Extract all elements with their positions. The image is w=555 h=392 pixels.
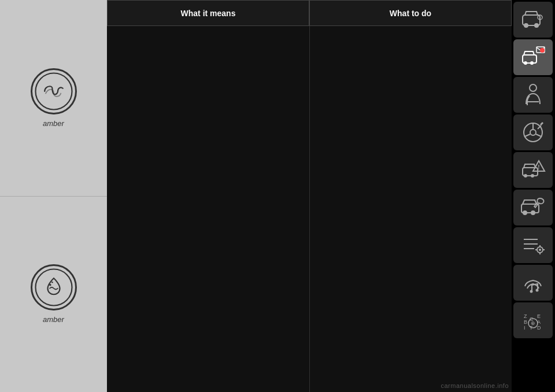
sidebar-item-steering[interactable]: [513, 114, 553, 150]
message-icon: [520, 45, 546, 70]
indicator-cell-coil: amber: [0, 0, 107, 197]
svg-point-14: [530, 84, 536, 91]
person-icon: [520, 82, 546, 108]
svg-line-19: [536, 134, 541, 136]
what-it-means-header: What it means: [107, 0, 309, 26]
svg-point-22: [524, 174, 527, 177]
svg-text:⊕: ⊕: [531, 320, 535, 326]
svg-text:E: E: [537, 313, 541, 319]
warning-triangle-icon: !: [520, 157, 546, 183]
music-nav-icon: [520, 270, 546, 295]
header-row: What it means What to do: [107, 0, 512, 26]
main-container: amber amber What it means: [0, 0, 555, 392]
water-icon: [34, 267, 74, 308]
water-icon-circle: [31, 264, 77, 310]
coil-icon-circle: [31, 68, 77, 114]
car-wrench-icon: [520, 195, 546, 220]
svg-point-27: [531, 210, 535, 215]
svg-point-10: [524, 61, 527, 65]
indicator-column: amber amber: [0, 0, 107, 392]
svg-point-38: [536, 289, 539, 292]
svg-point-2: [49, 284, 51, 286]
indicator-label-coil: amber: [43, 119, 64, 128]
sidebar-item-warning[interactable]: !: [513, 152, 553, 188]
svg-point-11: [530, 61, 534, 65]
svg-point-32: [539, 249, 541, 251]
sidebar-item-message[interactable]: [513, 39, 553, 75]
sidebar-item-alphabet[interactable]: Z B I C T ⊕ E A D: [513, 302, 553, 338]
svg-point-3: [51, 282, 53, 283]
content-body: [107, 26, 512, 392]
sidebar-item-music-nav[interactable]: [513, 265, 553, 301]
svg-point-26: [523, 210, 527, 215]
svg-point-23: [531, 174, 534, 177]
sidebar-item-person[interactable]: [513, 77, 553, 113]
sidebar-item-car-wrench[interactable]: [513, 190, 553, 225]
svg-line-18: [525, 134, 530, 136]
what-it-means-content: [107, 26, 310, 392]
sidebar-item-car-info[interactable]: i: [513, 2, 553, 38]
svg-text:i: i: [539, 17, 539, 20]
svg-point-37: [530, 290, 533, 293]
svg-text:D: D: [537, 325, 541, 331]
svg-point-1: [35, 269, 72, 306]
coil-icon: [34, 71, 74, 112]
svg-point-6: [534, 23, 539, 28]
svg-text:B: B: [524, 319, 527, 325]
svg-point-5: [524, 23, 528, 28]
settings-list-icon: [520, 232, 546, 258]
right-sidebar: i: [512, 0, 555, 392]
svg-text:I: I: [524, 325, 526, 331]
svg-text:A: A: [537, 319, 541, 325]
watermark: carmanualsonline.info: [441, 382, 509, 389]
sidebar-item-settings[interactable]: [513, 227, 553, 263]
svg-point-13: [540, 48, 545, 53]
svg-text:Z: Z: [524, 313, 527, 319]
content-area: What it means What to do: [107, 0, 512, 392]
svg-point-16: [530, 130, 536, 135]
alphabet-icon: Z B I C T ⊕ E A D: [520, 308, 546, 333]
svg-text:!: !: [538, 164, 539, 171]
what-to-do-content: [310, 26, 512, 392]
what-to-do-header: What to do: [309, 0, 512, 26]
car-info-icon: i: [520, 7, 546, 32]
indicator-cell-water: amber: [0, 197, 107, 393]
steering-icon: [520, 120, 546, 145]
indicator-label-water: amber: [43, 315, 64, 324]
